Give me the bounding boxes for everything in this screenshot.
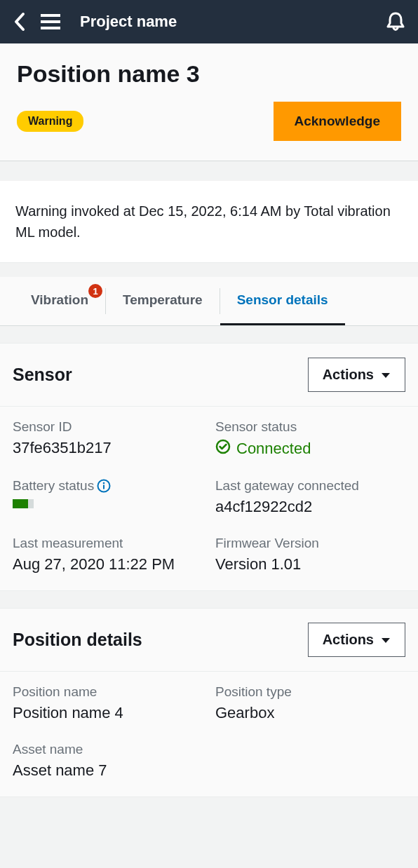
hamburger-menu-icon[interactable] [41, 14, 60, 29]
tab-vibration-label: Vibration [31, 292, 88, 307]
tab-bar: Vibration 1 Temperature Sensor details [0, 277, 418, 326]
firmware-label: Firmwear Version [215, 536, 405, 551]
tab-sensor-details-label: Sensor details [237, 292, 328, 307]
battery-status-label: Battery status [13, 478, 94, 494]
svg-rect-1 [41, 20, 60, 23]
svg-rect-2 [41, 27, 60, 29]
battery-level-indicator [13, 499, 34, 508]
warning-badge: Warning [17, 111, 83, 132]
back-icon[interactable] [13, 12, 25, 32]
position-actions-label: Actions [323, 632, 374, 648]
sensor-id-label: Sensor ID [13, 419, 203, 435]
gateway-field: Last gateway connected a4cf12922cd2 [215, 478, 405, 516]
last-measurement-field: Last measurement Aug 27, 2020 11:22 PM [13, 536, 203, 574]
firmware-field: Firmwear Version Version 1.01 [215, 536, 405, 574]
position-actions-button[interactable]: Actions [308, 623, 405, 657]
position-name-field: Position name Position name 4 [13, 684, 203, 722]
last-measurement-value: Aug 27, 2020 11:22 PM [13, 555, 203, 574]
header-section: Position name 3 Warning Acknowledge [0, 43, 418, 161]
notifications-bell-icon[interactable] [386, 11, 405, 32]
sensor-status-text: Connected [236, 440, 311, 458]
asset-name-label: Asset name [13, 742, 203, 757]
battery-status-field: Battery status [13, 478, 203, 516]
svg-rect-0 [41, 14, 60, 17]
caret-down-icon [381, 632, 391, 648]
acknowledge-button[interactable]: Acknowledge [274, 102, 401, 141]
caret-down-icon [381, 367, 391, 383]
position-type-field: Position type Gearbox [215, 684, 405, 722]
asset-name-value: Asset name 7 [13, 761, 203, 780]
position-section-title: Position details [13, 630, 142, 650]
top-bar: Project name [0, 0, 418, 43]
firmware-value: Version 1.01 [215, 555, 405, 574]
gateway-label: Last gateway connected [215, 478, 405, 494]
position-name-value: Position name 4 [13, 704, 203, 722]
sensor-id-field: Sensor ID 37fe6351b217 [13, 419, 203, 459]
position-type-value: Gearbox [215, 704, 405, 722]
warning-message-card: Warning invoked at Dec 15, 2022, 6:14 AM… [0, 181, 418, 263]
sensor-status-field: Sensor status Connected [215, 419, 405, 459]
sensor-section: Sensor Actions Sensor ID 37fe6351b217 Se… [0, 343, 418, 591]
info-icon[interactable] [97, 479, 111, 493]
svg-rect-6 [103, 485, 104, 489]
check-circle-icon [215, 439, 231, 459]
last-measurement-label: Last measurement [13, 536, 203, 551]
sensor-section-title: Sensor [13, 365, 72, 385]
sensor-status-label: Sensor status [215, 419, 405, 435]
position-type-label: Position type [215, 684, 405, 700]
tab-vibration[interactable]: Vibration 1 [14, 277, 105, 325]
asset-name-field: Asset name Asset name 7 [13, 742, 203, 780]
sensor-status-value: Connected [215, 439, 405, 459]
warning-message-text: Warning invoked at Dec 15, 2022, 6:14 AM… [15, 203, 391, 240]
position-details-section: Position details Actions Position name P… [0, 608, 418, 797]
sensor-actions-button[interactable]: Actions [308, 358, 405, 392]
vibration-badge-count: 1 [88, 284, 102, 298]
sensor-actions-label: Actions [323, 367, 374, 383]
tab-sensor-details[interactable]: Sensor details [220, 277, 345, 325]
tab-temperature[interactable]: Temperature [106, 277, 220, 325]
position-name-label: Position name [13, 684, 203, 700]
gateway-value: a4cf12922cd2 [215, 498, 405, 516]
project-title: Project name [80, 13, 177, 31]
tab-temperature-label: Temperature [123, 292, 203, 307]
sensor-id-value: 37fe6351b217 [13, 439, 203, 457]
svg-point-5 [103, 482, 105, 484]
position-title: Position name 3 [17, 60, 401, 88]
